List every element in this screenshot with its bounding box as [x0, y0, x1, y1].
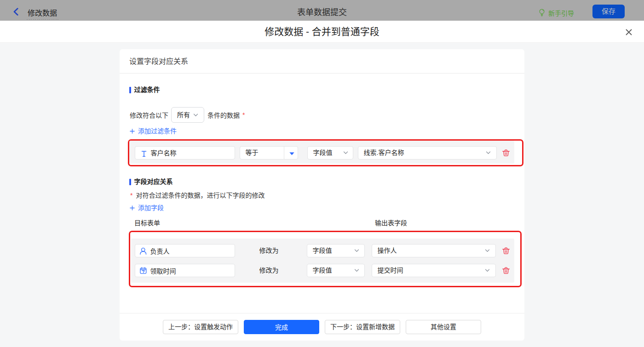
mapping-rows-highlight: 负责人 修改为 字段值 操作人: [129, 231, 522, 288]
value-type-value: 字段值: [313, 245, 332, 257]
topbar: 修改数据 表单数据提交 新手引导 保存: [0, 0, 644, 21]
value-type-select[interactable]: 字段值: [307, 244, 365, 257]
plus-icon: [130, 129, 135, 134]
mapping-value-select[interactable]: 操作人: [372, 244, 496, 257]
calendar-icon: [140, 267, 147, 274]
filter-field-input[interactable]: 客户名称: [135, 146, 235, 159]
beginner-guide-label: 新手引导: [548, 8, 574, 17]
mapping-section-title: 字段对应关系: [134, 178, 173, 185]
add-field-link[interactable]: 添加字段: [130, 205, 164, 211]
operator-arrow-cell[interactable]: [284, 147, 298, 159]
add-filter-condition-label: 添加过滤条件: [138, 128, 177, 135]
filter-value-select[interactable]: 线索.客户名称: [358, 146, 497, 159]
save-button[interactable]: 保存: [592, 5, 625, 18]
mapping-value-select[interactable]: 提交时间: [372, 264, 496, 277]
value-type-select[interactable]: 字段值: [307, 146, 353, 159]
other-settings-button[interactable]: 其他设置: [406, 320, 481, 334]
mapping-note-text: 对符合过滤条件的数据，进行以下字段的修改: [136, 192, 264, 199]
filter-condition-row: 客户名称 等于 字段值 线索.客户名称: [129, 141, 514, 164]
prev-step-button[interactable]: 上一步：设置触发动作: [163, 320, 238, 334]
mapping-section-header: 字段对应关系: [129, 178, 173, 185]
mapping-field-input[interactable]: 领取时间: [135, 264, 235, 277]
mapping-value: 操作人: [378, 245, 397, 257]
next-step-button[interactable]: 下一步：设置新增数据: [325, 320, 400, 334]
chevron-down-icon: [486, 151, 491, 154]
modify-to-label: 修改为: [259, 244, 279, 257]
chevron-down-icon: [193, 114, 198, 117]
chevron-down-icon: [485, 269, 490, 272]
mapping-note: * 对符合过滤条件的数据，进行以下字段的修改: [130, 192, 264, 199]
mapping-value: 提交时间: [378, 264, 403, 277]
done-button[interactable]: 完成: [244, 320, 319, 334]
filter-section-title: 过滤条件: [134, 86, 160, 93]
section-marker: [129, 87, 131, 93]
chevron-down-icon: [343, 151, 348, 154]
chevron-down-icon: [354, 269, 359, 272]
chevron-down-icon: [354, 249, 359, 252]
person-icon: [140, 247, 147, 255]
chevron-down-icon: [485, 249, 490, 252]
settings-panel: 设置字段对应关系 过滤条件 修改符合以下 所有 条件的数据 * 添加过滤条件: [120, 49, 524, 341]
text-field-icon: [140, 150, 148, 157]
operator-value: 等于: [246, 147, 259, 159]
lightbulb-icon: [539, 8, 545, 17]
add-field-label: 添加字段: [138, 205, 164, 211]
section-marker: [129, 179, 131, 185]
delete-filter-icon[interactable]: [502, 149, 510, 156]
panel-title: 设置字段对应关系: [129, 57, 188, 66]
mapping-field-value: 领取时间: [150, 266, 176, 275]
triangle-down-icon: [289, 152, 294, 155]
match-mode-select[interactable]: 所有: [171, 107, 204, 123]
delete-mapping-icon[interactable]: [502, 247, 510, 254]
footer-buttons: 上一步：设置触发动作 完成 下一步：设置新增数据 其他设置: [120, 320, 524, 334]
modify-to-label: 修改为: [259, 264, 279, 277]
match-mode-value: 所有: [177, 108, 190, 122]
delete-mapping-icon[interactable]: [502, 267, 510, 274]
footer-divider: [120, 313, 524, 313]
filter-value: 线索.客户名称: [364, 147, 404, 159]
value-type-value: 字段值: [313, 264, 332, 277]
dialog-title: 修改数据 - 合并到普通字段: [0, 21, 644, 43]
mapping-rows-container: 负责人 修改为 字段值 操作人: [131, 239, 514, 283]
dialog-header: 修改数据 - 合并到普通字段: [0, 21, 644, 43]
panel-header-divider: [120, 73, 524, 74]
filter-row-highlight: 客户名称 等于 字段值 线索.客户名称: [128, 139, 523, 166]
filter-field-value: 客户名称: [151, 148, 177, 157]
value-type-value: 字段值: [313, 147, 333, 159]
column-header-target-form: 目标表单: [134, 220, 160, 227]
condition-match-row: 修改符合以下 所有 条件的数据 *: [130, 107, 245, 123]
close-icon[interactable]: [626, 29, 632, 35]
match-prefix-label: 修改符合以下: [130, 110, 168, 119]
mapping-field-input[interactable]: 负责人: [135, 244, 235, 257]
column-header-output-fields: 输出表字段: [375, 220, 407, 227]
filter-section-header: 过滤条件: [129, 86, 160, 93]
add-filter-condition-link[interactable]: 添加过滤条件: [130, 128, 177, 135]
mapping-field-value: 负责人: [150, 246, 170, 256]
beginner-guide-link[interactable]: 新手引导: [539, 8, 574, 17]
match-suffix-label: 条件的数据: [207, 110, 240, 119]
required-asterisk: *: [130, 192, 132, 199]
operator-select[interactable]: 等于: [240, 146, 298, 159]
value-type-select[interactable]: 字段值: [307, 264, 365, 277]
required-asterisk: *: [242, 111, 245, 119]
plus-icon: [130, 205, 135, 210]
